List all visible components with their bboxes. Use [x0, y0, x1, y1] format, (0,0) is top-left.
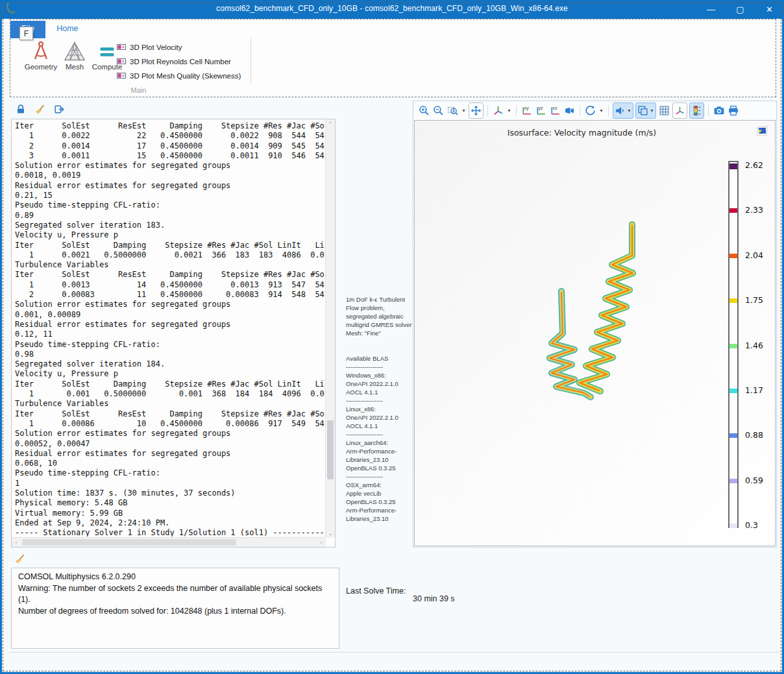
- graphics-canvas[interactable]: Isosurface: Velocity magnitude (m/s): [414, 120, 776, 546]
- lock-icon[interactable]: [16, 104, 26, 117]
- scrollbar-thumb[interactable]: [327, 420, 334, 479]
- scroll-up-arrow[interactable]: ⌃: [326, 119, 335, 128]
- rotate-icon[interactable]: [584, 104, 596, 117]
- grid-icon[interactable]: [658, 104, 670, 117]
- view-yz-icon[interactable]: yz: [535, 104, 547, 117]
- mesh-button[interactable]: Mesh: [56, 40, 93, 71]
- toolbar-separator: [708, 105, 709, 116]
- view-xy-icon[interactable]: xy: [521, 104, 533, 117]
- color-legend-icon[interactable]: [691, 104, 703, 117]
- perspective-icon[interactable]: [563, 104, 576, 117]
- legend-band: [729, 524, 737, 528]
- close-button[interactable]: ✕: [755, 0, 784, 19]
- zoom-box-icon[interactable]: [447, 104, 459, 117]
- plot-item-label: 3D Plot Reynolds Cell Number: [130, 58, 231, 66]
- plot-item-label: 3D Plot Velocity: [130, 43, 182, 51]
- ribbon-group-main: Geometry Mesh Compute: [10, 38, 776, 97]
- compass-icon: [23, 40, 59, 63]
- zoom-box-dropdown-icon[interactable]: ▼: [461, 104, 467, 117]
- titlebar: comsol62_benchmark_CFD_only_10GB - comso…: [0, 0, 784, 19]
- plot-3d-icon: [117, 43, 126, 52]
- geometry-label: Geometry: [25, 63, 58, 71]
- legend-band: [729, 389, 737, 393]
- scene-light-dropdown-icon[interactable]: ▼: [626, 104, 632, 117]
- svg-text:yz: yz: [538, 105, 543, 111]
- scroll-right-arrow[interactable]: ›: [317, 538, 326, 547]
- maximize-button[interactable]: ▢: [726, 0, 755, 19]
- plot-title: Isosurface: Velocity magnitude (m/s): [415, 128, 749, 138]
- graphics-panel: ▼ ▼ xy yz xz: [413, 101, 777, 548]
- log-vertical-scrollbar[interactable]: ⌃ ⌄: [325, 119, 335, 538]
- toolbar-separator: [608, 105, 609, 116]
- geometry-button[interactable]: Geometry: [23, 40, 59, 71]
- zoom-out-icon[interactable]: [432, 104, 445, 117]
- toolbar-separator: [487, 105, 488, 116]
- legend-tick-label: 0.3: [745, 520, 758, 530]
- messages-text: COMSOL Multiphysics 6.2.0.290 Warning: T…: [18, 572, 332, 617]
- last-solve-time-value: 30 min 39 s: [413, 594, 455, 603]
- view-xz-icon[interactable]: xz: [549, 104, 561, 117]
- view-dropdown-icon[interactable]: ▼: [506, 104, 512, 117]
- color-legend-toggle[interactable]: [689, 102, 704, 119]
- plot-item-reynolds[interactable]: 3D Plot Reynolds Cell Number: [117, 54, 241, 69]
- minimize-button[interactable]: —: [696, 0, 726, 19]
- scroll-down-arrow[interactable]: ⌄: [326, 529, 335, 538]
- rotate-dropdown-icon[interactable]: ▼: [598, 104, 604, 117]
- print-icon[interactable]: [727, 104, 739, 117]
- legend-band: [729, 344, 737, 348]
- graphics-toolbar: ▼ ▼ xy yz xz: [413, 101, 776, 119]
- color-legend-bar: [728, 161, 739, 528]
- scene-light-toggle[interactable]: ▼: [613, 102, 633, 119]
- plot-list: 3D Plot Velocity 3D Plot Reynolds Cell N…: [117, 40, 241, 83]
- scene-light-icon[interactable]: [614, 104, 626, 117]
- transparency-dropdown-icon[interactable]: ▼: [649, 104, 655, 117]
- benchmark-description: 1m DoF k-ε Turbulent Flow problem, segre…: [346, 295, 412, 523]
- log-to-file-icon[interactable]: [54, 104, 65, 117]
- zoom-in-icon[interactable]: [418, 104, 430, 117]
- axis-orientation-icon[interactable]: [674, 104, 686, 117]
- isosurface-model[interactable]: [545, 218, 655, 406]
- legend-tick-label: 2.33: [745, 205, 763, 215]
- legend-tick-label: 1.75: [745, 295, 763, 305]
- legend-band: [729, 163, 737, 169]
- app-window: comsol62_benchmark_CFD_only_10GB - comso…: [0, 0, 784, 674]
- bottom-divider: [8, 652, 779, 653]
- ribbon-separator: [251, 38, 251, 84]
- log-horizontal-scrollbar[interactable]: ‹ ›: [12, 537, 326, 547]
- svg-text:xz: xz: [552, 105, 557, 111]
- legend-tick-label: 2.04: [745, 250, 763, 260]
- go-to-default-view-icon[interactable]: [492, 104, 504, 117]
- legend-tick-label: 0.59: [745, 475, 763, 485]
- tab-home[interactable]: Home: [45, 21, 89, 38]
- last-solve-time-label: Last Solve Time:: [346, 586, 406, 596]
- legend-tick-label: 1.17: [745, 385, 763, 395]
- toolbar-separator: [516, 105, 517, 116]
- plot-3d-icon: [117, 58, 126, 66]
- transparency-icon[interactable]: [637, 104, 649, 117]
- ribbon-group-label: Main: [108, 86, 169, 94]
- legend-tick-label: 1.46: [745, 341, 763, 350]
- window-title: comsol62_benchmark_CFD_only_10GB - comso…: [0, 4, 784, 13]
- scrollbar-thumb[interactable]: [22, 539, 236, 546]
- solver-log-text[interactable]: Iter SolEst ResEst Damping Stepsize #Res…: [15, 121, 325, 536]
- plot-thumbnail-icon[interactable]: [755, 124, 769, 138]
- mesh-icon: [56, 40, 93, 63]
- zoom-extents-icon[interactable]: [470, 104, 482, 117]
- log-toolbar: [16, 104, 65, 117]
- messages-toolbar: [14, 553, 25, 567]
- clear-log-icon[interactable]: [34, 104, 45, 117]
- solver-log-panel[interactable]: Iter SolEst ResEst Damping Stepsize #Res…: [11, 119, 336, 548]
- legend-band: [729, 298, 737, 303]
- legend-band: [729, 433, 737, 438]
- plot-item-mesh-quality[interactable]: 3D Plot Mesh Quality (Skewness): [117, 69, 241, 83]
- plot-item-velocity[interactable]: 3D Plot Velocity: [117, 40, 241, 54]
- plot-item-label: 3D Plot Mesh Quality (Skewness): [130, 72, 241, 80]
- legend-band: [729, 254, 737, 258]
- clear-log-icon[interactable]: [14, 553, 25, 567]
- image-snapshot-icon[interactable]: [713, 104, 725, 117]
- transparency-toggle[interactable]: ▼: [635, 102, 656, 119]
- scroll-left-arrow[interactable]: ‹: [12, 538, 21, 547]
- legend-band: [729, 208, 737, 213]
- messages-panel[interactable]: COMSOL Multiphysics 6.2.0.290 Warning: T…: [11, 568, 339, 649]
- toolbar-separator: [580, 105, 580, 116]
